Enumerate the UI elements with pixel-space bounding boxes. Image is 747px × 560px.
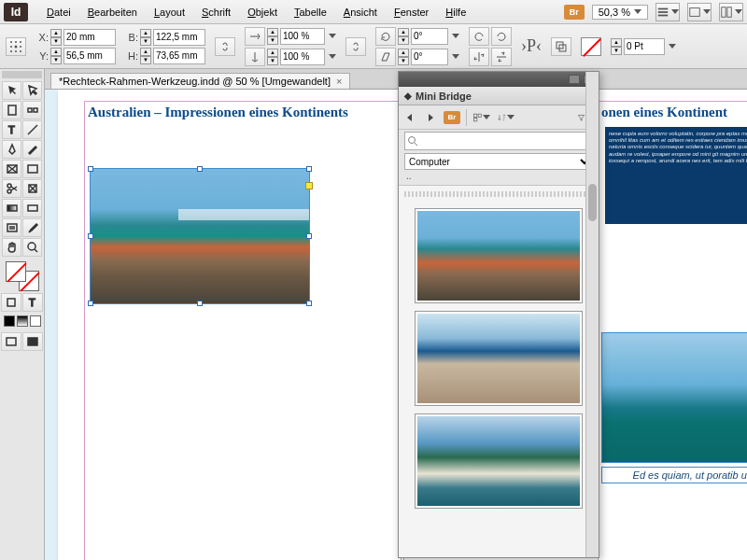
pen-tool[interactable] bbox=[2, 140, 21, 159]
vertical-scrollbar[interactable] bbox=[585, 186, 599, 557]
reference-point-proxy[interactable] bbox=[6, 37, 26, 56]
rotate-cw-button[interactable] bbox=[469, 27, 489, 46]
sy-step-up[interactable]: ▲ bbox=[267, 49, 278, 57]
resize-handle[interactable] bbox=[88, 233, 93, 239]
resize-handle[interactable] bbox=[88, 166, 93, 172]
y-step-down[interactable]: ▼ bbox=[50, 56, 62, 64]
dropdown-arrow-icon[interactable] bbox=[452, 34, 459, 38]
fill-stroke-swatch[interactable] bbox=[6, 261, 39, 291]
nav-forward-button[interactable] bbox=[423, 110, 438, 125]
gap-tool[interactable] bbox=[22, 101, 42, 119]
bridge-icon[interactable]: Br bbox=[444, 111, 460, 124]
menu-tabelle[interactable]: Tabelle bbox=[287, 4, 334, 21]
h-step-up[interactable]: ▲ bbox=[140, 48, 151, 56]
flip-vertical-button[interactable] bbox=[491, 48, 512, 66]
menu-schrift[interactable]: Schrift bbox=[194, 4, 238, 21]
panel-grip[interactable] bbox=[2, 71, 42, 78]
resize-handle[interactable] bbox=[306, 301, 312, 306]
stroke-weight-input[interactable] bbox=[624, 38, 665, 55]
zoom-tool[interactable] bbox=[22, 238, 42, 257]
width-input[interactable] bbox=[153, 29, 205, 46]
content-grip[interactable] bbox=[404, 191, 593, 197]
scrollbar-thumb[interactable] bbox=[588, 186, 597, 221]
scissors-tool[interactable] bbox=[2, 179, 21, 198]
dropdown-arrow-icon[interactable] bbox=[329, 54, 336, 59]
rotation-input[interactable] bbox=[411, 28, 448, 45]
x-position-input[interactable] bbox=[63, 29, 116, 46]
apply-none-icon[interactable] bbox=[30, 315, 41, 327]
view-thumbnails-button[interactable] bbox=[472, 109, 491, 126]
scale-y-input[interactable] bbox=[280, 49, 325, 65]
thumbnail-item[interactable] bbox=[415, 208, 583, 303]
sx-step-up[interactable]: ▲ bbox=[267, 28, 278, 36]
w-step-down[interactable]: ▼ bbox=[140, 37, 151, 46]
canvas[interactable]: Australien – Impressionen eines Kontinen… bbox=[45, 90, 747, 560]
free-transform-tool[interactable] bbox=[22, 179, 42, 198]
caption-frame[interactable]: Ed es quiam, ut poratib uscils e bbox=[601, 467, 747, 483]
view-options-button[interactable] bbox=[655, 3, 680, 21]
line-tool[interactable] bbox=[22, 120, 42, 139]
selection-tool[interactable] bbox=[2, 81, 21, 100]
resize-handle[interactable] bbox=[88, 301, 93, 306]
fill-swatch[interactable] bbox=[581, 37, 601, 56]
x-step-up[interactable]: ▲ bbox=[50, 29, 62, 37]
sort-button[interactable] bbox=[497, 109, 515, 126]
y-position-input[interactable] bbox=[63, 48, 116, 64]
thumbnail-item[interactable] bbox=[415, 413, 583, 509]
sx-step-down[interactable]: ▼ bbox=[267, 36, 278, 45]
sy-step-down[interactable]: ▼ bbox=[267, 57, 278, 65]
nav-back-button[interactable] bbox=[402, 110, 417, 125]
zoom-level-dropdown[interactable]: 50,3 % bbox=[592, 5, 648, 20]
menu-layout[interactable]: Layout bbox=[147, 4, 192, 21]
arrange-documents-button[interactable] bbox=[719, 3, 743, 21]
y-step-up[interactable]: ▲ bbox=[50, 48, 62, 56]
close-tab-button[interactable]: × bbox=[336, 76, 342, 87]
stroke-step-up[interactable]: ▲ bbox=[611, 38, 622, 47]
rectangle-frame-tool[interactable] bbox=[2, 160, 21, 178]
stroke-step-down[interactable]: ▼ bbox=[611, 47, 622, 55]
formatting-text-icon[interactable]: T bbox=[22, 293, 43, 312]
rot-step-up[interactable]: ▲ bbox=[398, 28, 409, 36]
flip-horizontal-button[interactable] bbox=[469, 48, 489, 66]
resize-handle[interactable] bbox=[306, 233, 312, 239]
constrain-proportions-icon[interactable] bbox=[215, 37, 235, 56]
type-tool[interactable]: T bbox=[2, 120, 21, 139]
resize-handle[interactable] bbox=[197, 166, 203, 172]
gradient-feather-tool[interactable] bbox=[22, 199, 42, 217]
w-step-up[interactable]: ▲ bbox=[140, 29, 151, 37]
minimize-panel-button[interactable] bbox=[569, 75, 580, 84]
live-corner-handle[interactable] bbox=[305, 182, 313, 189]
formatting-container-icon[interactable] bbox=[1, 293, 21, 312]
select-container-icon[interactable]: ›P‹ bbox=[521, 36, 542, 56]
image-frame-right[interactable] bbox=[601, 332, 747, 463]
headline-text[interactable]: Australien – Impressionen eines Kontinen… bbox=[88, 105, 348, 120]
shear-input[interactable] bbox=[411, 49, 448, 65]
h-step-down[interactable]: ▼ bbox=[140, 56, 151, 64]
gradient-swatch-tool[interactable] bbox=[2, 199, 21, 217]
height-input[interactable] bbox=[153, 48, 205, 64]
menu-bearbeiten[interactable]: Bearbeiten bbox=[80, 4, 145, 21]
path-dropdown[interactable]: Computer bbox=[404, 153, 593, 170]
menu-fenster[interactable]: Fenster bbox=[387, 4, 436, 21]
eyedropper-tool[interactable] bbox=[22, 218, 42, 237]
rotate-ccw-button[interactable] bbox=[491, 27, 512, 46]
constrain-scale-icon[interactable] bbox=[345, 37, 366, 56]
panel-titlebar[interactable] bbox=[399, 72, 599, 87]
preview-mode[interactable] bbox=[22, 332, 43, 351]
bridge-launch-button[interactable]: Br bbox=[564, 5, 585, 20]
shear-step-down[interactable]: ▼ bbox=[398, 57, 409, 65]
note-tool[interactable] bbox=[2, 218, 21, 237]
rot-step-down[interactable]: ▼ bbox=[398, 36, 409, 45]
dropdown-arrow-icon[interactable] bbox=[329, 34, 336, 38]
menu-objekt[interactable]: Objekt bbox=[240, 4, 285, 21]
body-text-frame[interactable]: nese cupta eum volorro voluptatin, corpo… bbox=[605, 127, 747, 224]
dropdown-arrow-icon[interactable] bbox=[452, 54, 459, 59]
dropdown-arrow-icon[interactable] bbox=[669, 44, 676, 49]
normal-view-mode[interactable] bbox=[1, 332, 21, 351]
pencil-tool[interactable] bbox=[22, 140, 42, 159]
menu-datei[interactable]: Datei bbox=[39, 4, 78, 21]
screen-mode-button[interactable] bbox=[687, 3, 712, 21]
panel-tab[interactable]: ◆ Mini Bridge bbox=[399, 87, 599, 105]
menu-ansicht[interactable]: Ansicht bbox=[336, 4, 385, 21]
thumbnail-item[interactable] bbox=[415, 311, 583, 406]
